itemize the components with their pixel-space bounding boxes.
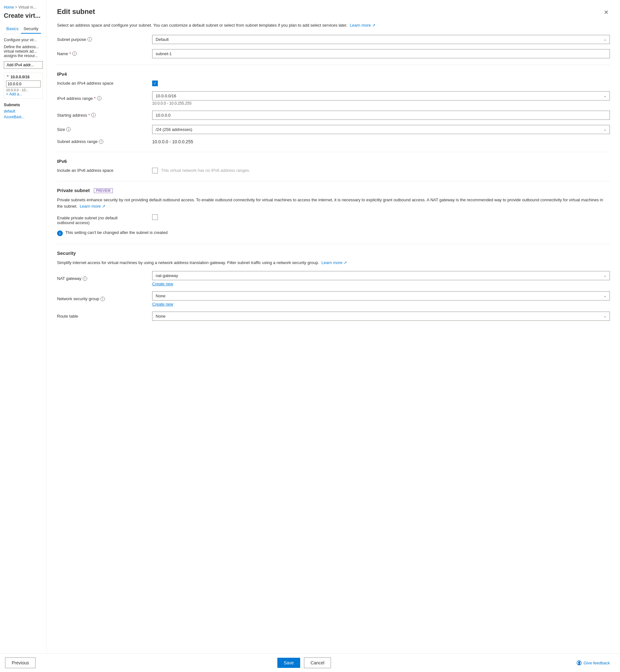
ipv4-range-required: *: [94, 96, 96, 101]
include-ipv4-checkbox[interactable]: [152, 81, 158, 86]
subnets-section: Subnets default AzureBast...: [4, 102, 43, 119]
size-info-icon[interactable]: i: [66, 127, 71, 132]
size-control: /24 (256 addresses) ⌄: [152, 125, 610, 134]
subnet-purpose-row: Subnet purpose i Default ⌄: [57, 35, 610, 44]
breadcrumb-home[interactable]: Home: [4, 5, 14, 9]
tabs: Basics Security: [4, 24, 43, 34]
private-subnet-heading: Private subnet PREVIEW: [57, 188, 610, 193]
private-subnet-info-box: i This setting can't be changed after th…: [57, 230, 610, 236]
add-subnet-link[interactable]: + Add a...: [6, 92, 41, 96]
subnet-item-default[interactable]: default: [4, 109, 43, 113]
ipv6-disabled-text: This virtual network has no IPv6 address…: [161, 168, 250, 173]
name-label: Name * i: [57, 51, 152, 56]
nat-gateway-select[interactable]: nat-gateway: [152, 271, 610, 280]
size-label: Size i: [57, 127, 152, 132]
save-button[interactable]: Save: [277, 658, 300, 668]
ipv4-range-label: IPv4 address range * i: [57, 96, 152, 101]
subnet-address-range-info-icon[interactable]: i: [99, 140, 103, 144]
starting-address-label: Starting address * i: [57, 113, 152, 118]
ipv4-heading: IPv4: [57, 71, 610, 77]
route-table-select-wrapper: None ⌄: [152, 312, 610, 321]
subnet-address-range-label: Subnet address range i: [57, 139, 152, 144]
divider-1: [57, 65, 610, 65]
divider-4: [57, 244, 610, 244]
subnet-item-azurebast[interactable]: AzureBast...: [4, 115, 43, 119]
name-info-icon[interactable]: i: [72, 51, 77, 56]
starting-address-input[interactable]: [152, 111, 610, 120]
subnet-purpose-select[interactable]: Default: [152, 35, 610, 44]
name-input[interactable]: [152, 49, 610, 58]
info-icon: i: [57, 230, 63, 236]
starting-address-row: Starting address * i: [57, 111, 610, 120]
nsg-select[interactable]: None: [152, 291, 610, 301]
collapse-icon[interactable]: ⌃: [6, 75, 9, 79]
include-ipv6-row: Include an IPv6 address space This virtu…: [57, 168, 610, 173]
nat-gateway-label: NAT gateway i: [57, 276, 152, 281]
starting-address-required: *: [89, 113, 90, 118]
private-subnet-section: Private subnet PREVIEW Private subnets e…: [57, 188, 610, 237]
learn-more-link-top[interactable]: Learn more ➚: [350, 23, 376, 28]
security-learn-more-link[interactable]: Learn more ➚: [321, 260, 347, 265]
subnet-address-range-row: Subnet address range i 10.0.0.0 - 10.0.0…: [57, 139, 610, 144]
ip-input[interactable]: [6, 81, 41, 88]
divider-3: [57, 181, 610, 181]
name-required-marker: *: [69, 51, 71, 56]
security-heading: Security: [57, 250, 610, 256]
starting-address-control: [152, 111, 610, 120]
nat-gateway-info-icon[interactable]: i: [83, 276, 87, 281]
subnet-purpose-control: Default ⌄: [152, 35, 610, 44]
include-ipv6-label: Include an IPv6 address space: [57, 168, 152, 173]
size-select[interactable]: /24 (256 addresses): [152, 125, 610, 134]
tab-basics[interactable]: Basics: [4, 24, 21, 34]
preview-badge: PREVIEW: [94, 188, 113, 193]
enable-private-subnet-label: Enable private subnet (no default outbou…: [57, 214, 152, 225]
add-ipv4-button[interactable]: Add IPv4 addr...: [4, 61, 43, 69]
include-ipv4-control: [152, 81, 610, 86]
nsg-create-new-link[interactable]: Create new: [152, 302, 610, 307]
subnet-address-range-value: 10.0.0.0 - 10.0.0.255: [152, 139, 610, 144]
nat-gateway-create-new-link[interactable]: Create new: [152, 281, 610, 286]
previous-button[interactable]: Previous: [5, 658, 36, 668]
enable-private-subnet-row: Enable private subnet (no default outbou…: [57, 214, 610, 225]
nsg-info-icon[interactable]: i: [100, 297, 105, 301]
section-desc-1: Configure your vir...: [4, 38, 43, 42]
breadcrumb-separator: >: [15, 5, 18, 9]
private-subnet-desc: Private subnets enhance security by not …: [57, 197, 610, 209]
include-ipv4-row: Include an IPv4 address space: [57, 81, 610, 86]
tab-security[interactable]: Security: [21, 24, 41, 34]
page-title: Create virt...: [4, 12, 43, 19]
ipv4-range-row: IPv4 address range * i 10.0.0.0/16 ⌄ 10.…: [57, 91, 610, 106]
nat-gateway-control: nat-gateway ⌄ Create new: [152, 271, 610, 286]
subnets-label: Subnets: [4, 102, 43, 107]
route-table-control: None ⌄: [152, 312, 610, 321]
route-table-select[interactable]: None: [152, 312, 610, 321]
ipv4-section: IPv4 Include an IPv4 address space IPv4 …: [57, 71, 610, 144]
edit-subnet-drawer: Edit subnet ✕ Select an address space an…: [47, 0, 620, 672]
subnet-purpose-select-wrapper: Default ⌄: [152, 35, 610, 44]
subnet-purpose-info-icon[interactable]: i: [88, 37, 92, 42]
security-section: Security Simplify internet access for vi…: [57, 250, 610, 321]
ip-block: ⌃ 10.0.0.0/16 10.0.0.0 - 10... + Add a..…: [4, 72, 43, 99]
nsg-select-wrapper: None ⌄: [152, 291, 610, 301]
include-ipv6-control: This virtual network has no IPv6 address…: [152, 168, 610, 173]
include-ipv6-checkbox[interactable]: [152, 168, 158, 173]
footer-bar: Previous Save Cancel 👤 Give feedback: [0, 653, 620, 672]
close-button[interactable]: ✕: [603, 8, 610, 17]
nat-gateway-select-wrapper: nat-gateway ⌄: [152, 271, 610, 280]
cancel-button[interactable]: Cancel: [304, 658, 331, 668]
private-subnet-info-text: This setting can't be changed after the …: [65, 230, 168, 235]
svg-text:👤: 👤: [577, 661, 581, 665]
ip-block-header: ⌃ 10.0.0.0/16: [6, 75, 41, 79]
enable-private-subnet-checkbox[interactable]: [152, 214, 158, 220]
route-table-label: Route table: [57, 314, 152, 319]
ipv4-range-info-icon[interactable]: i: [97, 96, 101, 101]
private-subnet-learn-more-link[interactable]: Learn more ➚: [80, 204, 106, 209]
ipv4-range-select[interactable]: 10.0.0.0/16: [152, 91, 610, 101]
starting-address-info-icon[interactable]: i: [91, 113, 96, 117]
intro-text: Select an address space and configure yo…: [57, 22, 610, 29]
divider-2: [57, 152, 610, 152]
route-table-row: Route table None ⌄: [57, 312, 610, 321]
give-feedback-button[interactable]: 👤 Give feedback: [577, 660, 610, 665]
size-row: Size i /24 (256 addresses) ⌄: [57, 125, 610, 134]
ipv6-section: IPv6 Include an IPv6 address space This …: [57, 158, 610, 173]
